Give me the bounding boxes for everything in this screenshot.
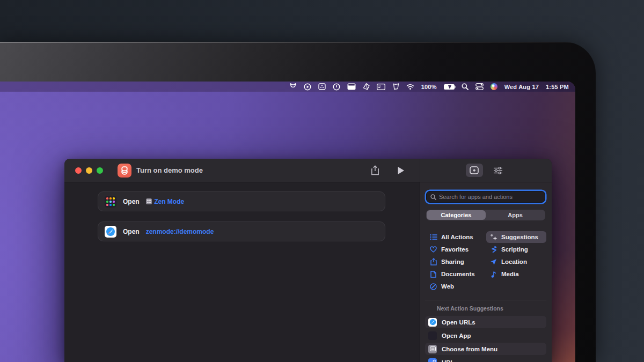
category-scripting[interactable]: Scripting	[486, 243, 546, 255]
card-icon[interactable]	[377, 83, 385, 91]
menu-bar-time[interactable]: 1:55 PM	[546, 84, 569, 90]
category-documents[interactable]: Documents	[426, 268, 486, 280]
search-icon[interactable]	[462, 83, 469, 91]
menu-bar-date[interactable]: Wed Aug 17	[504, 84, 539, 90]
shape-icon[interactable]	[363, 83, 370, 91]
category-sharing[interactable]: Sharing	[426, 256, 486, 268]
sidebar-divider	[425, 300, 546, 300]
search-field[interactable]	[426, 191, 545, 203]
category-web[interactable]: Web	[426, 280, 486, 292]
document-icon	[429, 271, 437, 278]
desktop: 100% Wed Aug 17 1:55 PM	[0, 82, 575, 362]
category-label: Location	[501, 258, 527, 265]
category-label: Sharing	[441, 258, 464, 265]
action-verb: Open	[123, 198, 140, 205]
tab-apps[interactable]: Apps	[486, 210, 545, 220]
category-label: Scripting	[501, 246, 528, 253]
monitor-bezel: 100% Wed Aug 17 1:55 PM	[0, 42, 596, 362]
action-editor: Open Zen Mode Open zenmode://demomode	[64, 182, 420, 362]
sliders-icon[interactable]	[489, 164, 507, 177]
category-label: Favorites	[441, 246, 469, 253]
suggestion-url[interactable]: URL	[425, 356, 546, 362]
app-grid-icon	[428, 331, 437, 340]
action-app-token[interactable]: Zen Mode	[146, 198, 185, 205]
category-all-actions[interactable]: All Actions	[426, 231, 486, 243]
action-open-app[interactable]: Open Zen Mode	[98, 191, 385, 211]
link-icon	[428, 358, 437, 362]
traffic-lights	[75, 167, 103, 174]
music-note-icon	[489, 271, 497, 278]
control-center-icon[interactable]	[475, 83, 484, 91]
safari-icon	[105, 226, 116, 238]
category-label: Documents	[441, 271, 475, 277]
safari-compass-icon	[429, 283, 437, 290]
action-library-sidebar: Categories Apps All Actions Favorites	[420, 182, 552, 362]
suggestion-label: URL	[442, 359, 455, 362]
action-open-url[interactable]: Open zenmode://demomode	[98, 221, 385, 241]
suggestion-label: Open URLs	[442, 319, 475, 326]
action-library-icon[interactable]	[466, 164, 483, 177]
suggestion-open-app[interactable]: Open App	[425, 329, 546, 342]
power-circle-icon[interactable]	[333, 83, 340, 91]
mini-app-icon	[146, 198, 152, 205]
suggestion-open-urls[interactable]: Open URLs	[425, 316, 546, 328]
shortcuts-window: Turn on demo mode	[64, 159, 552, 362]
sparkle-icon	[489, 233, 497, 241]
zoom-button[interactable]	[97, 167, 103, 174]
action-verb: Open	[123, 228, 140, 235]
category-label: Web	[441, 283, 454, 290]
action-url-value[interactable]: zenmode://demomode	[146, 228, 214, 235]
script-icon	[489, 246, 497, 253]
category-favorites[interactable]: Favorites	[426, 243, 486, 255]
active-app-icon[interactable]	[347, 83, 356, 91]
suggestion-choose-from-menu[interactable]: Choose from Menu	[425, 343, 546, 355]
title-bar: Turn on demo mode	[64, 159, 552, 182]
flag-icon[interactable]	[392, 83, 399, 91]
tab-categories[interactable]: Categories	[427, 210, 486, 220]
share-icon[interactable]	[369, 165, 381, 176]
minimize-button[interactable]	[86, 167, 92, 174]
run-icon[interactable]	[395, 165, 407, 176]
category-label: Media	[501, 271, 519, 277]
menu-bar: 100% Wed Aug 17 1:55 PM	[0, 82, 575, 92]
category-media[interactable]: Media	[486, 268, 546, 280]
suggestion-label: Choose from Menu	[442, 346, 497, 352]
app-grid-icon	[105, 196, 116, 208]
suggestion-label: Open App	[442, 333, 471, 339]
action-value: Zen Mode	[154, 198, 184, 205]
shortcut-app-icon	[118, 164, 131, 178]
wifi-icon[interactable]	[406, 83, 414, 91]
close-button[interactable]	[75, 167, 82, 174]
suggestions-header: Next Action Suggestions	[437, 305, 546, 312]
battery-icon	[444, 84, 455, 90]
color-orb-icon[interactable]	[491, 83, 497, 90]
safari-icon	[428, 318, 437, 327]
category-suggestions[interactable]: Suggestions	[486, 231, 546, 243]
category-list: All Actions Favorites Sharing	[426, 231, 546, 292]
paw-icon[interactable]	[289, 83, 297, 91]
window-title: Turn on demo mode	[136, 166, 203, 174]
location-arrow-icon	[489, 258, 497, 265]
menu-card-icon	[428, 345, 437, 353]
library-tabs: Categories Apps	[426, 210, 545, 220]
dots-device-icon[interactable]	[318, 83, 326, 91]
search-input[interactable]	[439, 194, 541, 200]
category-label: Suggestions	[501, 234, 538, 240]
suggestions-list: Open URLs Open App Choos	[425, 316, 546, 362]
list-bullet-icon	[429, 234, 437, 240]
heart-icon	[429, 246, 437, 253]
share-icon	[429, 258, 437, 265]
category-label: All Actions	[441, 234, 473, 240]
search-icon	[430, 194, 436, 200]
play-circle-icon[interactable]	[304, 83, 311, 91]
battery-percent: 100%	[421, 84, 437, 90]
category-location[interactable]: Location	[486, 256, 546, 268]
